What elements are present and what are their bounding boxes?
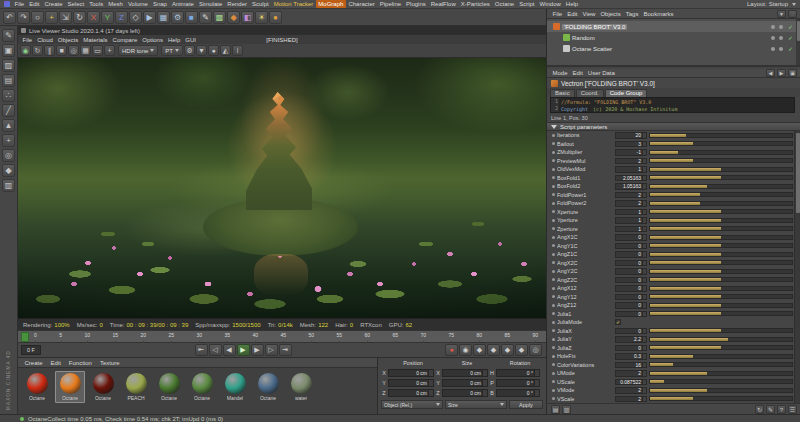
param-value-field[interactable]: 3	[615, 141, 647, 148]
filter-icon[interactable]: ▼	[777, 10, 786, 18]
size-mode-dropdown[interactable]: Size	[445, 400, 507, 409]
position-field[interactable]: 0 cm	[388, 379, 434, 387]
param-value-field[interactable]: 0	[615, 294, 647, 301]
live-viewer-titlebar[interactable]: Live Viewer Studio 2020.1.4 (17 days lef…	[18, 26, 546, 35]
param-slider[interactable]	[649, 379, 793, 384]
param-value-field[interactable]: 0	[615, 345, 647, 352]
layout-switcher[interactable]: Layout: Startup	[747, 1, 800, 7]
param-slider[interactable]	[649, 158, 793, 163]
param-slider[interactable]	[649, 218, 793, 223]
render-visibility-toggle[interactable]	[779, 47, 783, 51]
animation-dot-icon[interactable]	[552, 176, 555, 179]
hdr-tone-dropdown[interactable]: HDR tone	[118, 45, 158, 56]
param-value-field[interactable]: 0	[615, 328, 647, 335]
history-forward-icon[interactable]: ▶	[777, 69, 786, 77]
param-slider[interactable]	[649, 133, 793, 138]
editor-visibility-toggle[interactable]	[771, 36, 775, 40]
materials-menu-edit[interactable]: Edit	[48, 359, 63, 367]
param-slider[interactable]	[649, 260, 793, 265]
size-field[interactable]: 0 cm	[442, 389, 488, 397]
animation-dot-icon[interactable]	[552, 363, 555, 366]
menu-script[interactable]: Script	[517, 0, 537, 8]
animation-dot-icon[interactable]	[552, 346, 555, 349]
menu-help[interactable]: Help	[563, 0, 580, 8]
material-swatch[interactable]: Octane	[154, 371, 184, 403]
param-value-field[interactable]: 0	[615, 302, 647, 309]
rotation-field[interactable]: 0 °	[496, 369, 540, 377]
save-render-icon[interactable]: ▼	[196, 45, 207, 56]
primitive-cube-icon[interactable]: ■	[185, 11, 198, 24]
octane-power-icon[interactable]: ◉	[20, 45, 31, 56]
menu-tools[interactable]: Tools	[87, 0, 106, 8]
octane-icon[interactable]: ●	[269, 11, 282, 24]
animation-dot-icon[interactable]	[552, 329, 555, 332]
previous-key-button[interactable]: ◁	[209, 344, 222, 356]
param-slider[interactable]	[649, 150, 793, 155]
autokey-button[interactable]: ◉	[459, 344, 472, 356]
material-swatch[interactable]: Octane	[187, 371, 217, 403]
rotate-tool-icon[interactable]: ↻	[73, 11, 86, 24]
scale-key-button[interactable]: ◆	[487, 344, 500, 356]
param-value-field[interactable]: 2	[615, 396, 647, 403]
render-view[interactable]	[18, 58, 546, 318]
animation-dot-icon[interactable]	[552, 295, 555, 298]
menu-x-particles[interactable]: X-Particles	[458, 0, 492, 8]
animation-dot-icon[interactable]	[552, 227, 555, 230]
scrollbar-thumb[interactable]	[796, 133, 800, 213]
rotation-field[interactable]: 0 °	[496, 389, 540, 397]
parameters-scrollbar[interactable]	[794, 131, 800, 403]
subdivision-surface-icon[interactable]: ▩	[213, 11, 226, 24]
panel-menu-icon[interactable]: ☰	[788, 405, 797, 414]
am-menu-user-data[interactable]: User Data	[585, 69, 617, 77]
param-slider[interactable]	[649, 226, 793, 231]
script-parameters-header[interactable]: Script parameters	[547, 122, 800, 131]
previous-frame-button[interactable]: ◀	[223, 344, 236, 356]
param-slider[interactable]	[649, 243, 793, 248]
param-value-field[interactable]: 2	[615, 158, 647, 165]
materials-menu-texture[interactable]: Texture	[97, 359, 122, 367]
param-value-field[interactable]: 0	[615, 260, 647, 267]
param-slider[interactable]	[649, 277, 793, 282]
param-value-field[interactable]: 2	[615, 192, 647, 199]
tab-coord[interactable]: Coord.	[576, 89, 604, 97]
stop-render-icon[interactable]: ■	[56, 45, 67, 56]
param-value-field[interactable]: 0.3	[615, 353, 647, 360]
goto-end-button[interactable]: ⇥	[279, 344, 292, 356]
param-slider[interactable]	[649, 345, 793, 350]
coordinate-mode-dropdown[interactable]: Object (Rel.)	[381, 400, 443, 409]
lv-menu-cloud[interactable]: Cloud	[35, 36, 56, 44]
menu-file[interactable]: File	[12, 0, 27, 8]
param-value-field[interactable]: 1	[615, 209, 647, 216]
open-editor-icon[interactable]: ✎	[766, 405, 775, 414]
param-value-field[interactable]: 0	[615, 234, 647, 241]
position-field[interactable]: 0 cm	[388, 389, 434, 397]
material-swatch[interactable]: Octane	[88, 371, 118, 403]
position-field[interactable]: 0 cm	[388, 369, 434, 377]
animation-dot-icon[interactable]	[552, 185, 555, 188]
materials-menu-function[interactable]: Function	[66, 359, 94, 367]
menu-mograph[interactable]: MoGraph	[316, 0, 346, 8]
next-key-button[interactable]: ▷	[265, 344, 278, 356]
menu-window[interactable]: Window	[537, 0, 563, 8]
animation-dot-icon[interactable]	[552, 134, 555, 137]
param-value-field[interactable]: 0	[615, 285, 647, 292]
param-slider[interactable]	[649, 192, 793, 197]
material-swatch[interactable]: Octane	[253, 371, 283, 403]
record-keyframe-button[interactable]: ●	[445, 344, 458, 356]
editor-visibility-toggle[interactable]	[771, 25, 775, 29]
undo-icon[interactable]: ↶	[3, 11, 16, 24]
param-value-field[interactable]: -1	[615, 149, 647, 156]
apply-button[interactable]: Apply	[509, 400, 543, 409]
om-menu-bookmarks[interactable]: Bookmarks	[641, 10, 676, 18]
animation-dot-icon[interactable]	[552, 151, 555, 154]
viewport-filter-icon[interactable]: ◎	[2, 149, 15, 162]
material-swatch[interactable]: Mandel	[220, 371, 250, 403]
menu-pipeline[interactable]: Pipeline	[377, 0, 403, 8]
kernel-settings-icon[interactable]: ⚙	[184, 45, 195, 56]
material-swatch[interactable]: Octane	[55, 371, 85, 403]
animation-dot-icon[interactable]	[552, 380, 555, 383]
animation-dot-icon[interactable]	[552, 312, 555, 315]
timeline-ruler[interactable]: 051015202530354045505560657075808590	[18, 330, 546, 343]
x-axis-lock-icon[interactable]: X	[87, 11, 100, 24]
param-slider[interactable]	[649, 303, 793, 308]
